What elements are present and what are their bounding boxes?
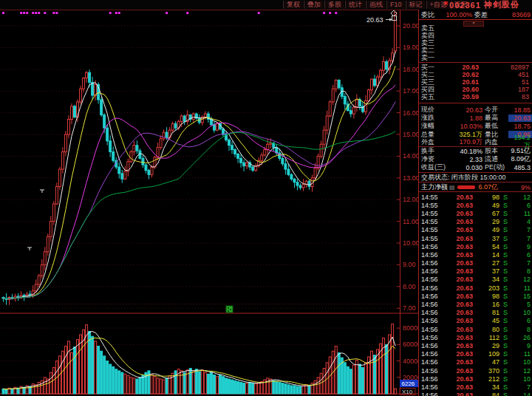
volume-bar [290, 386, 293, 394]
menu: 复权叠加多股统计画线F10标记+自选返回 [283, 0, 471, 10]
app-window: 复权叠加多股统计画线F10标记+自选返回 R 002361 神剑股份 20.00… [0, 0, 532, 396]
volume-bar [157, 378, 159, 394]
trade-row: 14:5620.6381S10 [419, 309, 532, 317]
trade-cell: S [499, 194, 511, 201]
candle-body [38, 276, 40, 284]
candle-body [243, 163, 245, 165]
volume-bar [109, 364, 112, 394]
price-tick-label: 20.00 [403, 22, 418, 30]
level-price: 20.62 [440, 71, 479, 78]
menu-item-画线[interactable]: 画线 [366, 1, 386, 9]
candle-body [35, 284, 37, 291]
volume-bar [282, 383, 284, 394]
weibi-row: 委比 100.00% 委差 83669 [419, 10, 532, 20]
candle-body [80, 89, 82, 102]
price-tick-label: 8.00 [403, 283, 416, 290]
menu-item-标记[interactable]: 标记 [406, 1, 426, 9]
trade-row: 14:5620.6334S7 [419, 383, 532, 391]
volume-bar [130, 378, 132, 394]
signal-dot [23, 12, 25, 14]
menu-item-叠加[interactable]: 叠加 [304, 1, 324, 9]
level-label: 卖一 [421, 53, 440, 63]
trade-cell: 81 [473, 309, 499, 316]
candle-body [296, 182, 299, 185]
trade-cell: 49 [473, 226, 499, 233]
volume-bar [358, 364, 361, 394]
candle-body [383, 62, 385, 71]
signal-dot [44, 12, 46, 14]
signal-dot [335, 12, 337, 14]
menu-item-复权[interactable]: 复权 [283, 1, 304, 9]
trade-cell: 14:56 [421, 267, 442, 275]
volume-bar [98, 346, 100, 394]
volume-bar [284, 384, 287, 394]
menu-item-F10[interactable]: F10 [386, 1, 406, 9]
volume-bar [154, 377, 156, 394]
price-tick-label: 15.00 [403, 131, 418, 138]
candle-body [349, 111, 352, 114]
volume-bar [32, 384, 34, 394]
menu-item-多股[interactable]: 多股 [324, 1, 345, 9]
candle-body [352, 107, 355, 114]
volume-bar [279, 382, 281, 394]
volume-bar [112, 366, 115, 394]
candle-body [252, 167, 254, 170]
candle-body [160, 139, 162, 148]
volume-bar [352, 365, 355, 394]
volume-bar [11, 389, 13, 394]
trade-cell: 27 [473, 259, 499, 267]
kline-chart[interactable]: 20.0019.0018.0017.0016.0015.0014.0013.00… [0, 10, 418, 396]
volume-bar [106, 361, 109, 394]
panel-divider [419, 191, 532, 192]
candle-body [192, 114, 194, 119]
volume-bar [17, 388, 19, 394]
trade-cell: 20.63 [442, 334, 473, 341]
candle-body [329, 102, 331, 116]
volume-bar [118, 371, 120, 394]
chart-area[interactable]: 20.0019.0018.0017.0016.0015.0014.0013.00… [0, 10, 418, 396]
trade-cell: 203 [473, 284, 499, 292]
signal-dot [166, 12, 168, 14]
ask-row[interactable]: 卖一 [419, 54, 532, 61]
menu-item-统计[interactable]: 统计 [345, 1, 366, 9]
volume-bar [5, 389, 7, 394]
volume-bar [370, 351, 372, 394]
quote-value: 20.63 [508, 115, 532, 122]
trade-cell: 5 [511, 301, 532, 308]
trade-cell: 20.63 [442, 276, 473, 283]
signal-dot [258, 12, 260, 14]
trade-cell: S [499, 243, 511, 250]
trade-cell: S [499, 276, 511, 283]
volume-multiplier-label: X10 [402, 389, 413, 395]
trade-row: 14:5620.6337S8 [419, 267, 532, 276]
candle-body [124, 171, 126, 179]
trade-cell: 47 [473, 358, 499, 366]
trade-cell: S [499, 293, 511, 300]
quote-value: 8.09亿 [508, 154, 532, 164]
volume-bar [127, 376, 129, 394]
candle-body [118, 167, 120, 174]
status-time: 15:00:00 [480, 174, 506, 181]
level-volume: 451 [479, 71, 532, 78]
bid-row[interactable]: 买五20.5983 [419, 93, 532, 100]
candle-body [302, 185, 304, 188]
trade-cell: 10 [511, 309, 532, 316]
trade-cell: 14:56 [421, 383, 442, 391]
candle-body [246, 163, 248, 165]
volume-bar [252, 383, 254, 394]
trade-cell: 11 [511, 284, 532, 292]
volume-bar [100, 351, 103, 394]
candle-body [290, 174, 293, 179]
trade-cell: S [499, 326, 511, 333]
expand-bars-icon[interactable]: ▤ [449, 184, 455, 191]
volume-bar [308, 386, 310, 394]
trade-cell: 14:56 [421, 342, 442, 349]
trade-cell: 14:56 [421, 309, 442, 316]
trade-cell: 14:56 [421, 301, 442, 308]
level-price: 20.59 [440, 93, 479, 100]
trade-cell: 370 [473, 367, 499, 375]
trade-cell: S [499, 358, 511, 366]
volume-bar [210, 372, 212, 394]
volume-bar [67, 341, 69, 394]
trade-cell: 15 [511, 293, 532, 300]
